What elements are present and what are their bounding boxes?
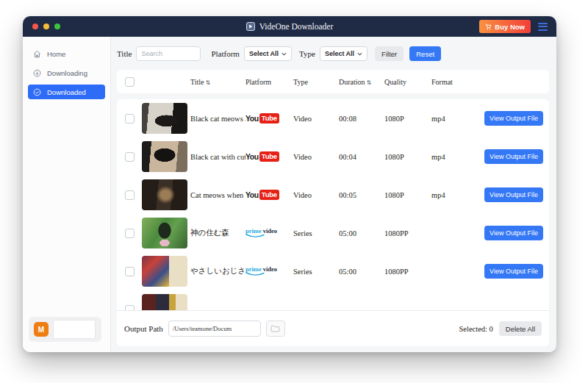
header-title[interactable]: Title⇅: [190, 78, 245, 86]
platform-select[interactable]: Select All: [244, 46, 292, 61]
output-path-bar: Output Path Selected: 0 Delete All: [117, 311, 549, 346]
sidebar: Home Downloading D: [23, 37, 111, 352]
table-rows-viewport: Black cat meows at c... You Tube Video 0…: [117, 99, 549, 310]
sidebar-item-home[interactable]: Home: [28, 46, 105, 61]
table-row: [117, 290, 549, 310]
buy-now-button[interactable]: Buy Now: [479, 20, 531, 33]
prime-video-logo: prime video: [245, 266, 293, 277]
view-output-file-button[interactable]: View Output File: [484, 149, 543, 164]
row-quality: 1080P: [384, 115, 431, 123]
user-avatar: M: [34, 322, 49, 337]
video-thumbnail: [142, 218, 187, 248]
view-output-file-button[interactable]: View Output File: [484, 264, 543, 279]
menu-icon[interactable]: [538, 23, 548, 31]
video-thumbnail: [142, 294, 187, 310]
app-logo-icon: [246, 22, 255, 31]
delete-all-button[interactable]: Delete All: [499, 321, 542, 336]
downloading-icon: [33, 69, 41, 77]
sidebar-item-label: Home: [47, 50, 65, 58]
header-quality: Quality: [384, 78, 431, 86]
row-quality: 1080PP: [384, 268, 431, 276]
sidebar-item-label: Downloaded: [47, 88, 86, 96]
window-content: Home Downloading D: [23, 37, 556, 352]
row-type: Video: [293, 115, 339, 123]
view-output-file-button[interactable]: View Output File: [484, 111, 543, 126]
traffic-lights: [32, 24, 60, 29]
youtube-logo: You Tube: [245, 151, 293, 162]
row-checkbox[interactable]: [125, 152, 135, 162]
row-checkbox[interactable]: [125, 114, 135, 124]
cart-icon: [485, 24, 492, 30]
minimize-window-button[interactable]: [43, 24, 49, 29]
search-input[interactable]: [136, 46, 201, 61]
select-all-checkbox[interactable]: [125, 77, 135, 87]
desktop-background: VideOne Downloader Buy Now: [0, 0, 588, 383]
youtube-logo: You Tube: [245, 190, 293, 200]
sort-icon[interactable]: ⇅: [367, 79, 372, 86]
filter-button[interactable]: Filter: [375, 46, 404, 61]
sort-icon[interactable]: ⇅: [206, 79, 211, 86]
buy-now-label: Buy Now: [495, 23, 525, 31]
chevron-down-icon: [357, 52, 362, 56]
platform-select-value: Select All: [249, 50, 279, 57]
titlebar-center: VideOne Downloader: [23, 16, 556, 37]
row-title: Black cat with cute m...: [190, 153, 245, 161]
row-checkbox[interactable]: [125, 190, 135, 200]
selected-count: Selected: 0: [459, 325, 493, 333]
browse-folder-button[interactable]: [266, 321, 285, 337]
prime-swoosh-icon: [245, 234, 265, 238]
row-duration: 05:00: [339, 268, 384, 276]
folder-icon: [270, 325, 280, 332]
row-type: Video: [293, 153, 339, 161]
video-thumbnail: [142, 103, 187, 134]
view-output-file-button[interactable]: View Output File: [484, 226, 543, 240]
row-type: Series: [293, 229, 339, 237]
close-window-button[interactable]: [32, 24, 38, 29]
zoom-window-button[interactable]: [54, 24, 60, 29]
reset-button[interactable]: Reset: [409, 46, 441, 61]
type-select-value: Select All: [325, 50, 354, 57]
platform-filter-label: Platform: [211, 49, 240, 58]
type-select[interactable]: Select All: [320, 46, 368, 61]
row-title: Black cat meows at c...: [190, 115, 245, 123]
row-title: Cat meows when I ap...: [190, 191, 245, 199]
downloaded-icon: [33, 88, 41, 96]
table-row: 神の住む森 prime video Series 05:00 1080PP: [117, 214, 549, 252]
user-profile[interactable]: M: [29, 317, 101, 342]
prime-swoosh-icon: [245, 272, 265, 276]
type-filter-label: Type: [299, 49, 315, 58]
sidebar-item-downloaded[interactable]: Downloaded: [28, 85, 105, 99]
row-duration: 00:04: [339, 153, 384, 161]
sidebar-item-downloading[interactable]: Downloading: [28, 65, 105, 80]
filter-bar: Title Platform Select All Type Select Al…: [117, 46, 549, 62]
video-thumbnail: [142, 256, 187, 287]
home-icon: [33, 50, 41, 58]
video-thumbnail: [142, 141, 187, 172]
row-duration: 05:00: [339, 229, 384, 237]
app-window: VideOne Downloader Buy Now: [23, 16, 556, 352]
sidebar-item-label: Downloading: [47, 69, 87, 77]
table-row: Black cat meows at c... You Tube Video 0…: [117, 99, 549, 137]
table-header: Title⇅ Platform Type Duration⇅ Quality F…: [117, 70, 549, 93]
header-duration[interactable]: Duration⇅: [339, 78, 384, 86]
row-checkbox[interactable]: [125, 267, 135, 276]
output-path-input[interactable]: [168, 321, 261, 337]
row-quality: 1080P: [384, 153, 431, 161]
video-thumbnail: [142, 179, 187, 210]
view-output-file-button[interactable]: View Output File: [484, 187, 543, 202]
row-format: mp4: [431, 153, 481, 161]
row-type: Video: [293, 191, 339, 199]
row-title: やさしいおじさん: [190, 266, 245, 276]
row-checkbox[interactable]: [125, 305, 135, 311]
header-platform: Platform: [245, 78, 293, 86]
app-title: VideOne Downloader: [259, 22, 334, 31]
row-type: Series: [293, 268, 339, 276]
row-format: mp4: [431, 191, 481, 199]
main-panel: Title Platform Select All Type Select Al…: [111, 37, 556, 352]
row-title: 神の住む森: [190, 228, 245, 238]
row-checkbox[interactable]: [125, 229, 135, 238]
output-path-label: Output Path: [124, 324, 163, 333]
header-format: Format: [431, 78, 481, 86]
row-format: mp4: [431, 115, 481, 123]
table-row: Cat meows when I ap... You Tube Video 00…: [117, 176, 549, 214]
